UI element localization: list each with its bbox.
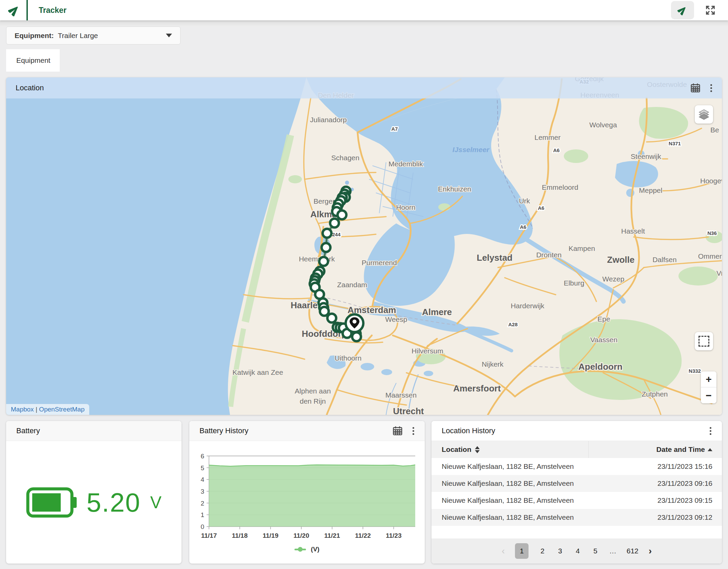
cell-location: Nieuwe Kalfjeslaan, 1182 BE, Amstelveen bbox=[432, 479, 589, 488]
pagination-page-2[interactable]: 2 bbox=[539, 547, 546, 555]
table-row[interactable]: Nieuwe Kalfjeslaan, 1182 BE, Amstelveen2… bbox=[432, 475, 722, 492]
svg-text:5: 5 bbox=[200, 464, 204, 472]
route-point-marker[interactable] bbox=[338, 210, 346, 219]
pagination-page-5[interactable]: 5 bbox=[592, 547, 599, 555]
map-label: Urk bbox=[519, 197, 530, 205]
tab-equipment[interactable]: Equipment bbox=[6, 49, 60, 72]
map-label: Harderwijk bbox=[511, 302, 544, 310]
map-attribution: Mapbox | OpenStreetMap bbox=[6, 404, 89, 415]
svg-text:11/18: 11/18 bbox=[232, 532, 248, 539]
map-label: Lemmer bbox=[534, 133, 560, 141]
map-label: Schagen bbox=[331, 154, 360, 162]
brand: Tracker bbox=[0, 0, 66, 20]
layers-button[interactable] bbox=[695, 105, 713, 124]
table-row[interactable]: Nieuwe Kalfjeslaan, 1182 BE, Amstelveen2… bbox=[432, 458, 722, 475]
map-canvas[interactable]: Den HelderJulianadorpSchagenMedemblikEnk… bbox=[6, 77, 722, 415]
svg-text:3: 3 bbox=[200, 488, 204, 495]
map-label: Meppel bbox=[639, 186, 663, 194]
cell-location: Nieuwe Kalfjeslaan, 1182 BE, Amstelveen bbox=[432, 496, 589, 504]
route-point-marker[interactable] bbox=[352, 332, 361, 341]
svg-text:11/22: 11/22 bbox=[355, 532, 371, 539]
map-label: A6 bbox=[520, 224, 526, 230]
map-label: Enkhuizen bbox=[438, 185, 471, 193]
svg-text:11/17: 11/17 bbox=[201, 532, 217, 539]
column-label: Location bbox=[442, 445, 472, 454]
map-label: Hoorn bbox=[396, 203, 415, 211]
pagination-page-3[interactable]: 3 bbox=[556, 547, 564, 555]
locate-button[interactable] bbox=[671, 1, 694, 19]
map-label: Ommen bbox=[698, 252, 722, 260]
app-title: Tracker bbox=[39, 6, 66, 15]
pagination-page-612[interactable]: 612 bbox=[627, 547, 638, 555]
chart-legend[interactable]: (V) bbox=[189, 546, 425, 553]
battery-history-panel: Battery History 012345611/1711/1811/1911… bbox=[189, 421, 425, 564]
map-label: Amersfoort bbox=[453, 383, 501, 393]
map-label: Uithoorn bbox=[334, 354, 361, 362]
table-row[interactable]: Nieuwe Kalfjeslaan, 1182 BE, Amstelveen2… bbox=[432, 492, 722, 509]
kebab-menu-icon[interactable] bbox=[710, 84, 712, 92]
table-header-row: Location Date and Time bbox=[432, 441, 722, 458]
pagination-prev-icon[interactable]: ‹ bbox=[502, 546, 505, 556]
battery-icon bbox=[26, 487, 78, 518]
map-label: Dronten bbox=[536, 251, 562, 259]
map-label: A28 bbox=[508, 322, 518, 327]
route-point-marker[interactable] bbox=[319, 257, 328, 266]
svg-text:11/19: 11/19 bbox=[263, 532, 279, 539]
map-label: Apeldoorn bbox=[578, 362, 622, 372]
top-bar: Tracker bbox=[0, 0, 728, 20]
route-point-marker[interactable] bbox=[323, 229, 331, 238]
map-label: Vaassen bbox=[590, 336, 617, 344]
map-label: IJsselmeer bbox=[453, 146, 490, 153]
map-label: Epe bbox=[597, 315, 610, 323]
kebab-menu-icon[interactable] bbox=[710, 427, 712, 435]
column-header-location[interactable]: Location bbox=[432, 441, 589, 458]
map-label: Emmeloord bbox=[542, 183, 578, 191]
map-label: A6 bbox=[538, 205, 544, 211]
column-label: Date and Time bbox=[656, 445, 705, 454]
map-label: Katwijk aan Zee bbox=[232, 368, 283, 376]
map-label: A6 bbox=[553, 147, 559, 153]
route-point-marker[interactable] bbox=[327, 314, 336, 323]
map-label: Steenwijk bbox=[631, 152, 661, 160]
equipment-select-label: Equipment: bbox=[15, 32, 54, 40]
pagination-page-1[interactable]: 1 bbox=[515, 543, 529, 559]
pagination-ellipsis: … bbox=[609, 547, 616, 555]
battery-reading: 5.20 V bbox=[6, 441, 181, 564]
svg-text:11/23: 11/23 bbox=[386, 532, 402, 539]
openstreetmap-link[interactable]: OpenStreetMap bbox=[39, 406, 84, 413]
location-history-header: Location History bbox=[432, 421, 722, 441]
svg-text:11/21: 11/21 bbox=[324, 532, 340, 539]
battery-voltage-value: 5.20 bbox=[87, 487, 141, 518]
zoom-in-button[interactable]: + bbox=[701, 371, 716, 387]
battery-history-chart: 012345611/1711/1811/1911/2011/2111/2211/… bbox=[191, 453, 425, 545]
sort-both-icon bbox=[475, 446, 480, 453]
zoom-out-button[interactable]: − bbox=[701, 387, 716, 403]
map-label: Wolvega bbox=[589, 121, 617, 129]
svg-text:11/20: 11/20 bbox=[293, 532, 309, 539]
column-header-date-time[interactable]: Date and Time bbox=[589, 441, 722, 458]
table-row[interactable]: Nieuwe Kalfjeslaan, 1182 BE, Amstelveen2… bbox=[432, 509, 722, 526]
equipment-select[interactable]: Equipment: Trailer Large bbox=[6, 26, 180, 44]
route-point-marker[interactable] bbox=[322, 243, 330, 252]
location-history-title: Location History bbox=[442, 426, 495, 435]
kebab-menu-icon[interactable] bbox=[413, 427, 415, 435]
map-label: Hilversum bbox=[411, 347, 443, 355]
pagination-next-icon[interactable]: › bbox=[649, 546, 652, 556]
location-panel-title: Location bbox=[16, 84, 44, 92]
current-location-ring[interactable] bbox=[346, 314, 363, 332]
sort-asc-icon bbox=[708, 448, 712, 451]
svg-text:1: 1 bbox=[200, 511, 204, 518]
cell-location: Nieuwe Kalfjeslaan, 1182 BE, Amstelveen bbox=[432, 513, 589, 521]
calendar-icon[interactable] bbox=[690, 82, 701, 93]
mapbox-link[interactable]: Mapbox bbox=[11, 406, 34, 413]
navigation-arrow-icon bbox=[8, 4, 20, 16]
location-panel-header: Location bbox=[6, 77, 722, 98]
route-point-marker[interactable] bbox=[330, 219, 339, 227]
map-label: Nijkerk bbox=[482, 360, 504, 368]
fullscreen-button[interactable] bbox=[703, 3, 718, 18]
map-label: Vroomshoop bbox=[716, 269, 722, 277]
pagination-page-4[interactable]: 4 bbox=[574, 547, 581, 555]
calendar-icon[interactable] bbox=[392, 425, 403, 436]
route-point-marker[interactable] bbox=[320, 307, 329, 316]
box-select-button[interactable] bbox=[695, 332, 713, 350]
